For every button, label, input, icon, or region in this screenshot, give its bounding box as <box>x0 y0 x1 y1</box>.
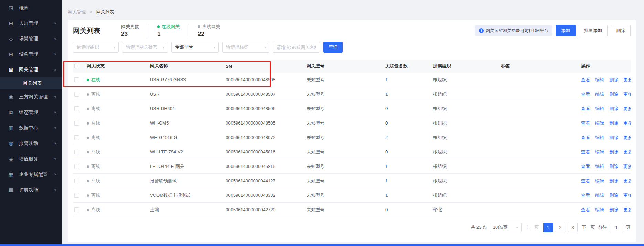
view-link[interactable]: 查看 <box>581 120 590 126</box>
device-count-link[interactable]: 1 <box>385 92 388 97</box>
view-link[interactable]: 查看 <box>581 163 590 170</box>
more-link[interactable]: 更多 <box>623 77 631 83</box>
sn-search-input[interactable] <box>273 42 320 53</box>
row-checkbox[interactable] <box>74 106 79 111</box>
online-dot-icon <box>157 25 160 28</box>
row-checkbox[interactable] <box>74 135 79 140</box>
more-link[interactable]: 更多 <box>623 120 631 126</box>
device-count-link[interactable]: 1 <box>385 77 388 82</box>
goto-page-input[interactable] <box>610 223 623 232</box>
device-count-link[interactable]: 1 <box>385 164 388 169</box>
batch-add-button[interactable]: 批量添加 <box>579 25 608 36</box>
delete-link[interactable]: 删除 <box>609 163 618 170</box>
add-button[interactable]: 添加 <box>556 25 576 36</box>
row-checkbox[interactable] <box>74 92 79 97</box>
edit-link[interactable]: 编辑 <box>595 207 604 213</box>
view-link[interactable]: 查看 <box>581 106 590 112</box>
gateway-status-select[interactable]: 请选择网关状态 ∨ <box>122 42 168 53</box>
chevron-down-icon: ∨ <box>264 46 266 49</box>
edit-link[interactable]: 编辑 <box>595 135 604 141</box>
more-link[interactable]: 更多 <box>623 106 631 112</box>
sidebar-item-extension[interactable]: ▩ 扩展功能 ∨ <box>0 182 62 197</box>
sidebar-item-third-party-gateway[interactable]: ◉ 三方网关管理 ∨ <box>0 89 62 105</box>
edit-link[interactable]: 编辑 <box>595 178 604 184</box>
prev-page-button[interactable]: 上一页 <box>526 224 539 231</box>
more-link[interactable]: 更多 <box>623 163 631 170</box>
edit-link[interactable]: 编辑 <box>595 91 604 97</box>
org-select[interactable]: 请选择组织 ∨ <box>73 42 119 53</box>
view-link[interactable]: 查看 <box>581 91 590 97</box>
sidebar-item-value-added[interactable]: ◈ 增值服务 ∨ <box>0 151 62 167</box>
chevron-icon: ∨ <box>54 157 56 160</box>
view-link[interactable]: 查看 <box>581 149 590 155</box>
device-count-link: 0 <box>385 120 388 126</box>
model-select[interactable]: 全部型号 ∨ <box>171 42 219 53</box>
sidebar-subitem-gateway-list[interactable]: 网关列表 <box>0 77 62 89</box>
row-checkbox[interactable] <box>74 77 79 82</box>
row-checkbox[interactable] <box>74 121 79 126</box>
gateway-name: WH-GM5 <box>150 120 226 126</box>
more-link[interactable]: 更多 <box>623 135 631 141</box>
more-link[interactable]: 更多 <box>623 207 631 213</box>
delete-link[interactable]: 删除 <box>609 207 618 213</box>
column-header-model: 网关型号 <box>307 63 385 69</box>
edit-link[interactable]: 编辑 <box>595 192 604 199</box>
sidebar-item-enterprise-config[interactable]: ▦ 企业专属配置 ∨ <box>0 167 62 182</box>
stat-total-value: 23 <box>121 31 139 38</box>
edit-link[interactable]: 编辑 <box>595 149 604 155</box>
view-link[interactable]: 查看 <box>581 207 590 213</box>
column-header-ops: 操作 <box>581 63 631 69</box>
view-link[interactable]: 查看 <box>581 135 590 141</box>
device-count-link[interactable]: 1 <box>385 178 388 183</box>
view-link[interactable]: 查看 <box>581 192 590 199</box>
more-link[interactable]: 更多 <box>623 192 631 199</box>
view-link[interactable]: 查看 <box>581 77 590 83</box>
delete-link[interactable]: 删除 <box>609 91 618 97</box>
edit-link[interactable]: 编辑 <box>595 163 604 170</box>
sidebar-item-data-center[interactable]: ▥ 数据中心 ∨ <box>0 120 62 136</box>
more-link[interactable]: 更多 <box>623 91 631 97</box>
more-link[interactable]: 更多 <box>623 149 631 155</box>
edit-link[interactable]: 编辑 <box>595 120 604 126</box>
sidebar-item-gateway[interactable]: ⊠ 网关管理 ∧ <box>0 62 62 77</box>
row-checkbox[interactable] <box>74 207 79 212</box>
sidebar-item-alarm-linkage[interactable]: ◍ 报警联动 ∨ <box>0 136 62 151</box>
sidebar-item-overview[interactable]: ◳ 概览 <box>0 0 62 15</box>
page-button-1[interactable]: 1 <box>543 223 553 232</box>
edit-link[interactable]: 编辑 <box>595 106 604 112</box>
delete-button[interactable]: 删除 <box>611 25 631 36</box>
sidebar-item-scene[interactable]: ◇ 场景管理 ∨ <box>0 31 62 46</box>
delete-link[interactable]: 删除 <box>609 178 618 184</box>
row-checkbox[interactable] <box>74 179 79 183</box>
column-header-devices: 关联设备数 <box>385 63 433 69</box>
row-checkbox[interactable] <box>74 164 79 169</box>
page-size-select[interactable]: 10条/页 ∨ <box>490 223 522 232</box>
page-button-2[interactable]: 2 <box>556 223 565 232</box>
device-count-link[interactable]: 2 <box>385 135 388 140</box>
delete-link[interactable]: 删除 <box>609 149 618 155</box>
tag-select[interactable]: 请选择标签 ∨ <box>222 42 269 53</box>
sidebar-item-device[interactable]: ⊞ 设备管理 ∨ <box>0 46 62 62</box>
device-count-link[interactable]: 1 <box>385 193 388 198</box>
delete-link[interactable]: 删除 <box>609 120 618 126</box>
device-icon: ⊞ <box>8 51 14 57</box>
sidebar-item-configuration[interactable]: ⧉ 组态管理 ∨ <box>0 105 62 120</box>
view-link[interactable]: 查看 <box>581 178 590 184</box>
next-page-button[interactable]: 下一页 <box>582 224 595 231</box>
select-all-checkbox[interactable] <box>74 64 79 68</box>
gateway-status: 离线 <box>91 135 100 140</box>
edit-link[interactable]: 编辑 <box>595 77 604 83</box>
gateway-sn: 00059614000000048505 <box>226 120 307 126</box>
breadcrumb-gateway-management[interactable]: 网关管理 <box>68 9 86 14</box>
delete-link[interactable]: 删除 <box>609 106 618 112</box>
delete-link[interactable]: 删除 <box>609 192 618 199</box>
sidebar-item-big-screen[interactable]: ⊟ 大屏管理 ∨ <box>0 15 62 31</box>
row-checkbox[interactable] <box>74 150 79 154</box>
search-button[interactable]: 查询 <box>323 42 343 53</box>
more-link[interactable]: 更多 <box>623 178 631 184</box>
delete-link[interactable]: 删除 <box>609 135 618 141</box>
delete-link[interactable]: 删除 <box>609 77 618 83</box>
page-button-3[interactable]: 3 <box>568 223 578 232</box>
stat-offline-value: 22 <box>198 31 220 38</box>
row-checkbox[interactable] <box>74 193 79 198</box>
